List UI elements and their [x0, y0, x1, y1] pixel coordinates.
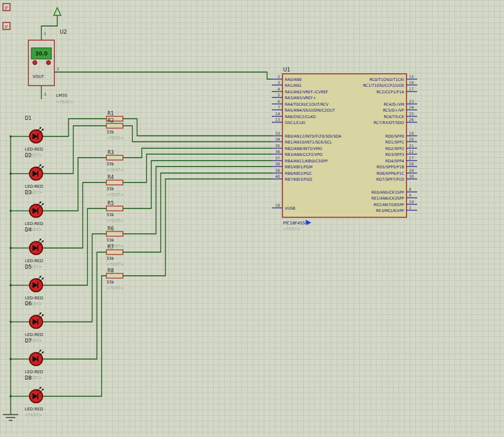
schematic-canvas: 30.0VOUT123U2LM35<TEXT>U1PIC18F4550<TEXT… [0, 0, 504, 437]
pin-number: 20 [409, 137, 414, 142]
pin-name: RA1/AN1 [285, 83, 301, 88]
component-ref: R5 [108, 201, 114, 206]
junction-dot [9, 247, 12, 249]
pin-number: 21 [409, 144, 414, 148]
u2-trim-dot [33, 61, 37, 65]
pin-number: 33 [275, 131, 280, 136]
component-value: 33k [106, 130, 115, 135]
component-value: LM35 [56, 93, 67, 98]
component-value: LED-RED [25, 296, 43, 301]
resistor-r8[interactable]: R833k<TEXT> [106, 268, 124, 291]
component-value: 33k [106, 213, 115, 217]
wire-resistor-to-rb[interactable] [123, 119, 272, 136]
pin-number: 29 [409, 168, 414, 173]
wire-resistor-to-rb[interactable] [123, 161, 272, 208]
component-value: PIC18F4550 [283, 221, 308, 226]
pin-name: RD1/SPP1 [385, 140, 404, 145]
wire-led-to-resistor[interactable] [43, 119, 106, 136]
wire-resistor-to-rb[interactable] [123, 179, 272, 276]
text-placeholder: <TEXT> [283, 227, 301, 231]
pin-number: 5 [278, 93, 280, 97]
resistor-r2[interactable]: R233k<TEXT> [106, 118, 124, 141]
wire-resistor-to-rb[interactable] [123, 173, 272, 252]
pin-name: RB3/AN9/CCP2/VPO [285, 152, 323, 157]
resistor-body [106, 206, 123, 211]
component-value: LED-RED [25, 221, 43, 226]
wire-led-to-resistor[interactable] [43, 126, 106, 174]
text-placeholder: <TEXT> [106, 168, 124, 172]
pin-number: 34 [275, 137, 280, 142]
wire-resistor-to-rb[interactable] [123, 167, 272, 234]
resistor-body [106, 155, 123, 160]
resistor-r3[interactable]: R333k<TEXT> [106, 150, 124, 172]
junction-dot [9, 321, 12, 323]
pin-number: 2 [57, 67, 59, 71]
pin-name: RB2/AN8/INT2/VMO [285, 146, 322, 151]
text-placeholder: <TEXT> [106, 193, 124, 197]
component-value: LED-RED [25, 332, 43, 337]
pin-number: 40 [275, 174, 280, 179]
pin-number: 38 [275, 162, 280, 167]
pin-name: RD7/SPP7/P1D [376, 177, 404, 182]
text-placeholder: <TEXT> [106, 218, 124, 223]
schematic-drawing: 30.0VOUT123U2LM35<TEXT>U1PIC18F4550<TEXT… [0, 0, 504, 437]
pin-name: RB7/KBI3/PGD [285, 177, 312, 182]
pin-name: RB6/KBI2/PGC [285, 171, 312, 176]
wire-power-to-u2[interactable] [41, 15, 57, 40]
terminal-marker-icon[interactable] [3, 22, 10, 30]
wire-resistor-to-rb[interactable] [123, 126, 272, 142]
junction-dot [9, 358, 12, 360]
component-value: LED-RED [25, 259, 43, 263]
wire-led-to-resistor[interactable] [43, 182, 106, 248]
wire-led-to-resistor[interactable] [43, 252, 106, 359]
component-ref: R7 [108, 244, 114, 250]
pin-name: RC2/CCP1/P1A [376, 90, 404, 94]
power-terminal[interactable] [54, 8, 61, 15]
resistor-r5[interactable]: R533k<TEXT> [106, 201, 124, 223]
component-ref: R4 [108, 175, 114, 180]
pin-name: RA6/OSC2/CLKO [285, 115, 316, 119]
text-placeholder: <TEXT> [56, 100, 74, 105]
pin-number: 7 [278, 105, 280, 110]
ground-icon[interactable] [3, 415, 18, 420]
wire-vout-to-ra0[interactable] [54, 72, 272, 79]
pin-number: 8 [409, 187, 411, 192]
pin-name: RB5/KBI1/PGM [285, 165, 313, 169]
pin-name: RE0/AN5/CK1SPP [372, 190, 405, 195]
pin-name: RA0/AN0 [285, 77, 301, 82]
pin-number: 18 [275, 203, 280, 208]
component-value: LED-RED [25, 407, 43, 412]
wire-resistor-to-rb[interactable] [123, 148, 272, 158]
pin-number: 4 [278, 87, 280, 92]
pin-number: 28 [409, 162, 414, 167]
wire-resistor-to-rb[interactable] [123, 154, 272, 182]
power-arrow-icon [54, 8, 61, 15]
resistor-body [106, 123, 123, 128]
u2-lm35[interactable]: 30.0VOUT123U2LM35<TEXT> [28, 29, 74, 105]
pin-name: RE3/MCLR/VPP [376, 208, 404, 213]
pin-name: RE2/AN7/OESPP [373, 203, 404, 207]
pin-name: RC4/D-/VM [383, 102, 404, 107]
component-ref: R3 [108, 150, 114, 155]
pin-number: 15 [409, 74, 414, 79]
pin-number: 39 [275, 168, 280, 173]
wires-layer [9, 15, 272, 415]
component-ref: D7 [25, 338, 31, 344]
pin-number: 22 [409, 149, 414, 154]
resistor-body [106, 231, 123, 236]
pin-number: 9 [409, 193, 411, 198]
component-ref: D4 [25, 227, 31, 233]
wire-led-to-resistor[interactable] [43, 158, 106, 211]
pin-number: 6 [278, 99, 280, 104]
pin-number: 2 [278, 74, 280, 79]
resistor-r4[interactable]: R433k<TEXT> [106, 175, 124, 197]
u1-pic18f4550[interactable]: U1PIC18F4550<TEXT>2RA0/AN03RA1/AN14RA2/A… [272, 67, 417, 231]
component-value: LED-RED [25, 147, 43, 152]
terminal-marker-icon[interactable] [3, 4, 10, 11]
pin-number: 19 [409, 131, 414, 136]
pin-number: 1 [44, 31, 46, 36]
junction-dot [9, 284, 12, 286]
pin-name: RC7/RX/DT/SDO [373, 120, 404, 125]
pin-number: 3 [44, 92, 46, 97]
component-ref: D2 [25, 153, 31, 158]
